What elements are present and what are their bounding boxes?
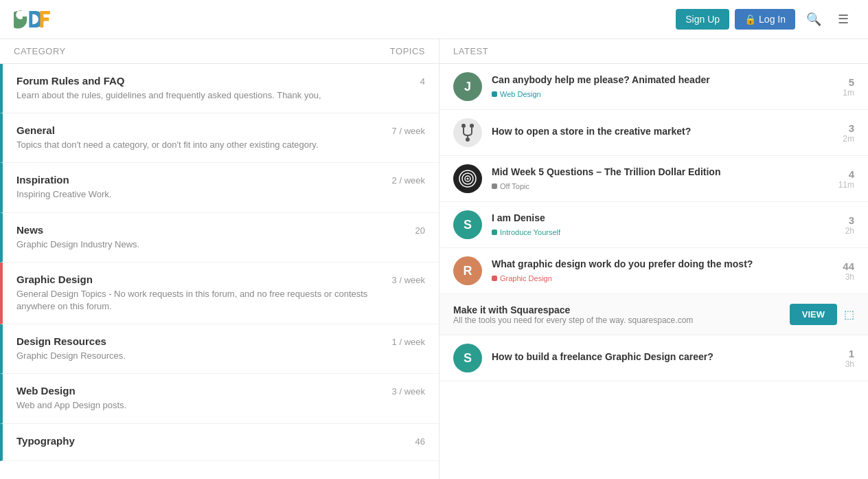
topic-avatar [453,164,482,193]
topic-content: Can anybody help me please? Animated hea… [492,74,833,99]
category-name: News [16,224,402,236]
topic-stats: 3 2h [845,214,854,236]
topic-item[interactable]: Mid Week 5 Questions – The Trillion Doll… [439,156,868,202]
topic-avatar: S [453,344,482,372]
category-name: Forum Rules and FAQ [16,75,407,87]
topic-stats: 1 3h [845,348,854,369]
categories-panel: Category Topics Forum Rules and FAQ Lear… [0,39,439,479]
category-content: Web Design Web and App Design posts. [16,385,378,412]
signup-button[interactable]: Sign Up [676,9,729,30]
category-content: Inspiration Inspiring Creative Work. [16,174,378,201]
category-content: General Topics that don't need a categor… [16,124,378,151]
topic-stats: 5 1m [843,76,854,98]
ad-subtitle: All the tools you need for every step of… [453,315,693,325]
category-content: Design Resources Graphic Design Resource… [16,335,378,362]
svg-point-9 [467,178,469,180]
svg-point-0 [461,124,466,128]
topic-item[interactable]: S I am Denise Introduce Yourself 3 2h [439,202,868,248]
latest-panel: Latest J Can anybody help me please? Ani… [439,39,868,479]
category-count: 46 [415,435,425,447]
topic-title: Mid Week 5 Questions – The Trillion Doll… [492,166,829,177]
category-item[interactable]: Graphic Design General Design Topics - N… [0,263,439,324]
category-item[interactable]: Design Resources Graphic Design Resource… [0,324,439,374]
categories-panel-header: Category Topics [0,39,439,64]
category-item[interactable]: Web Design Web and App Design posts. 3 /… [0,374,439,423]
category-content: Forum Rules and FAQ Learn about the rule… [16,75,407,102]
topic-content: Mid Week 5 Questions – The Trillion Doll… [492,166,829,191]
topic-avatar [453,118,482,147]
tag-dot [492,276,497,281]
tag-dot [492,183,497,189]
topic-item[interactable]: R What graphic design work do you prefer… [439,248,868,294]
category-name: Inspiration [16,174,378,186]
category-count: 2 / week [392,174,425,186]
category-count: 4 [420,75,425,87]
ad-actions: VIEW ⬚ [790,304,854,325]
category-desc: Learn about the rules, guidelines and fr… [16,89,407,102]
topic-content: How to build a freelance Graphic Design … [492,351,836,365]
category-count: 20 [415,224,425,236]
category-item[interactable]: General Topics that don't need a categor… [0,113,439,163]
search-icon: 🔍 [806,12,821,26]
topic-time: 3h [845,359,854,369]
svg-point-2 [466,137,470,142]
category-item[interactable]: Inspiration Inspiring Creative Work. 2 /… [0,163,439,212]
category-count: 1 / week [392,335,425,347]
topic-replies: 44 [843,260,854,272]
topic-tag: Introduce Yourself [492,228,560,236]
topic-replies: 3 [843,122,854,134]
topic-content: What graphic design work do you prefer d… [492,258,833,283]
topic-time: 2m [843,134,854,144]
tag-dot [492,91,497,97]
ad-text: Make it with Squarespace All the tools y… [453,304,693,325]
topic-item[interactable]: J Can anybody help me please? Animated h… [439,64,868,110]
search-button[interactable]: 🔍 [801,9,827,30]
topics-list: J Can anybody help me please? Animated h… [439,64,868,381]
category-item[interactable]: Typography 46 [0,424,439,461]
category-name: General [16,124,378,136]
topics-column-header: Topics [390,46,425,56]
topic-content: How to open a store in the creative mark… [492,126,833,140]
category-content: News Graphic Design Industry News. [16,224,402,251]
category-name: Web Design [16,385,378,397]
topic-item[interactable]: How to open a store in the creative mark… [439,110,868,156]
category-desc: Web and App Design posts. [16,399,378,412]
category-name: Design Resources [16,335,378,347]
topic-title: Can anybody help me please? Animated hea… [492,74,833,85]
category-name: Graphic Design [16,274,378,285]
category-item[interactable]: News Graphic Design Industry News. 20 [0,213,439,263]
category-content: Graphic Design General Design Topics - N… [16,274,378,313]
topic-tag: Graphic Design [492,274,552,282]
category-count: 3 / week [392,274,425,285]
category-desc: Graphic Design Industry News. [16,238,402,251]
svg-point-1 [470,124,474,128]
hamburger-icon: ☰ [838,12,849,26]
topic-title: What graphic design work do you prefer d… [492,258,833,269]
topic-item[interactable]: S How to build a freelance Graphic Desig… [439,335,868,381]
category-name: Typography [16,435,402,447]
topic-avatar: S [453,210,482,239]
login-button[interactable]: 🔒 Log In [735,9,795,30]
logo[interactable] [14,5,69,33]
ad-view-button[interactable]: VIEW [790,304,837,325]
category-desc: General Design Topics - No work requests… [16,288,378,313]
topic-tag: Off Topic [492,182,529,190]
category-item[interactable]: Forum Rules and FAQ Learn about the rule… [0,64,439,113]
topic-time: 11m [838,180,854,190]
lock-icon: 🔒 [744,14,756,25]
main-container: Category Topics Forum Rules and FAQ Lear… [0,39,868,479]
topic-tag: Web Design [492,90,541,98]
category-desc: Topics that don't need a category, or do… [16,139,378,151]
tag-dot [492,230,497,235]
topic-title: I am Denise [492,212,836,223]
latest-column-header: Latest [453,46,488,56]
topic-stats: 4 11m [838,168,854,190]
category-column-header: Category [14,46,66,56]
menu-button[interactable]: ☰ [832,9,854,30]
topic-avatar: J [453,72,482,101]
header: Sign Up 🔒 Log In 🔍 ☰ [0,0,868,39]
topic-time: 1m [843,88,854,98]
topic-content: I am Denise Introduce Yourself [492,212,836,237]
topic-replies: 1 [845,348,854,359]
category-count: 3 / week [392,385,425,397]
